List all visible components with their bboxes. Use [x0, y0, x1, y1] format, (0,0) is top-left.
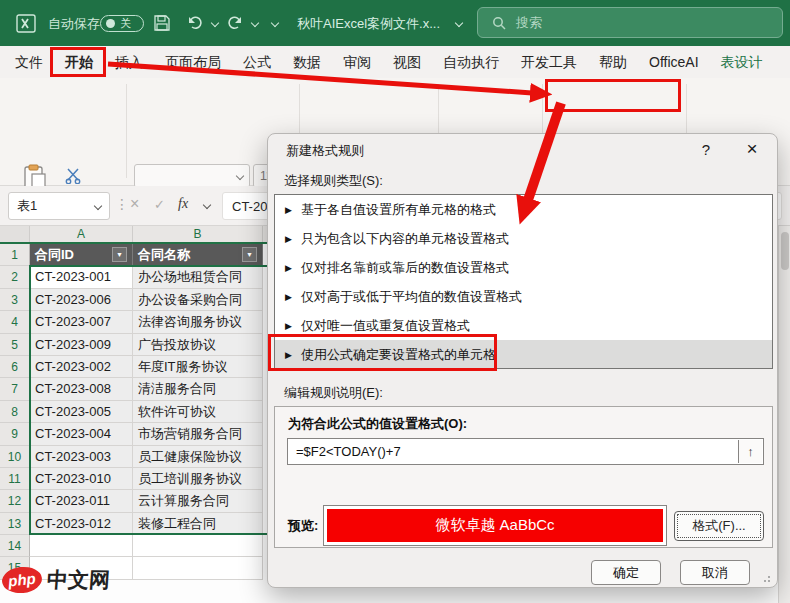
table-row: CT-2023-003 员工健康保险协议: [30, 446, 263, 468]
rule-item-contains[interactable]: ▶只为包含以下内容的单元格设置格式: [275, 224, 772, 253]
rule-item-use-formula[interactable]: ▶使用公式确定要设置格式的单元格: [275, 340, 772, 369]
cell[interactable]: 员工培训服务协议: [133, 468, 263, 490]
tab-formulas[interactable]: 公式: [232, 46, 282, 78]
tab-help[interactable]: 帮助: [588, 46, 638, 78]
document-title[interactable]: 秋叶AIExcel案例文件.x...: [297, 15, 440, 33]
row-number[interactable]: 3: [0, 289, 30, 311]
row-number[interactable]: 10: [0, 446, 30, 468]
row-number[interactable]: 5: [0, 334, 30, 356]
column-header-a[interactable]: A: [30, 226, 133, 242]
resize-grip[interactable]: [763, 573, 772, 582]
cell[interactable]: CT-2023-010: [30, 468, 133, 490]
preview-sample: 微软卓越 AaBbCc: [327, 509, 663, 542]
cell[interactable]: CT-2023-001: [30, 266, 133, 288]
search-box[interactable]: 搜索: [477, 7, 783, 38]
tab-table-design[interactable]: 表设计: [710, 46, 774, 78]
row-number[interactable]: 14: [0, 535, 30, 557]
search-icon: [492, 16, 506, 30]
tab-data[interactable]: 数据: [282, 46, 332, 78]
tab-view[interactable]: 视图: [382, 46, 432, 78]
redo-dropdown-icon[interactable]: [251, 19, 259, 27]
cell[interactable]: 装修工程合同: [133, 513, 263, 535]
cell[interactable]: CT-2023-003: [30, 446, 133, 468]
cell[interactable]: 广告投放协议: [133, 334, 263, 356]
redo-icon[interactable]: [226, 14, 244, 31]
row-number[interactable]: 12: [0, 490, 30, 512]
row-number[interactable]: 7: [0, 378, 30, 400]
cell[interactable]: 办公场地租赁合同: [133, 266, 263, 288]
cell[interactable]: CT-2023-007: [30, 311, 133, 333]
cancel-entry-icon[interactable]: ×: [130, 195, 139, 213]
undo-icon[interactable]: [186, 14, 204, 31]
tab-automate[interactable]: 自动执行: [432, 46, 510, 78]
cell-b1[interactable]: 合同名称▼: [133, 244, 263, 266]
undo-dropdown-icon[interactable]: [211, 19, 219, 27]
cell[interactable]: 办公设备采购合同: [133, 289, 263, 311]
quick-access-more-icon[interactable]: [271, 19, 279, 27]
rule-formula-input[interactable]: =$F2<TODAY()+7 ↑: [287, 438, 764, 465]
rule-item-unique-duplicate[interactable]: ▶仅对唯一值或重复值设置格式: [275, 311, 772, 340]
title-dropdown-icon[interactable]: [455, 19, 463, 27]
cell[interactable]: CT-2023-004: [30, 423, 133, 445]
column-header-b[interactable]: B: [133, 226, 263, 242]
tab-insert[interactable]: 插入: [104, 46, 154, 78]
row-number[interactable]: 2: [0, 266, 30, 288]
row-number[interactable]: 4: [0, 311, 30, 333]
cell[interactable]: CT-2023-005: [30, 401, 133, 423]
row-number[interactable]: 8: [0, 401, 30, 423]
row-number[interactable]: 13: [0, 513, 30, 535]
tab-page-layout[interactable]: 页面布局: [154, 46, 232, 78]
collapse-dialog-icon[interactable]: ↑: [738, 440, 762, 463]
cell[interactable]: CT-2023-008: [30, 378, 133, 400]
edit-rule-box: 为符合此公式的值设置格式(O): =$F2<TODAY()+7 ↑ 预览: 微软…: [274, 406, 773, 548]
font-name-combo[interactable]: [134, 164, 250, 188]
rule-item-above-below-average[interactable]: ▶仅对高于或低于平均值的数值设置格式: [275, 282, 772, 311]
format-button[interactable]: 格式(F)...: [674, 511, 764, 541]
vertical-scrollbar[interactable]: [778, 226, 790, 603]
row-number[interactable]: 11: [0, 468, 30, 490]
cancel-button[interactable]: 取消: [680, 560, 750, 585]
toggle-knob: [106, 19, 115, 28]
formula-bar-splitter[interactable]: ⋮: [115, 196, 129, 212]
save-icon[interactable]: [153, 14, 171, 32]
row-number[interactable]: 1: [0, 244, 30, 266]
close-icon[interactable]: ×: [741, 138, 763, 160]
cell[interactable]: 云计算服务合同: [133, 490, 263, 512]
filter-button-icon[interactable]: ▼: [242, 247, 257, 262]
rule-item-top-bottom[interactable]: ▶仅对排名靠前或靠后的数值设置格式: [275, 253, 772, 282]
tab-file[interactable]: 文件: [4, 46, 54, 78]
cell[interactable]: [133, 557, 263, 579]
ok-button[interactable]: 确定: [591, 560, 661, 585]
cut-icon[interactable]: [64, 168, 84, 184]
tab-officeai[interactable]: OfficeAI: [638, 46, 710, 78]
tab-home[interactable]: 开始: [54, 46, 104, 78]
cell[interactable]: 清洁服务合同: [133, 378, 263, 400]
name-box[interactable]: 表1: [8, 192, 110, 220]
rule-item-format-by-value[interactable]: ▶基于各自值设置所有单元格的格式: [275, 195, 772, 224]
insert-function-icon[interactable]: fx: [178, 196, 188, 212]
cell[interactable]: CT-2023-006: [30, 289, 133, 311]
cell-a1[interactable]: 合同ID▼: [30, 244, 133, 266]
cell[interactable]: 软件许可协议: [133, 401, 263, 423]
confirm-entry-icon[interactable]: ✓: [154, 197, 165, 212]
cell[interactable]: CT-2023-009: [30, 334, 133, 356]
tab-review[interactable]: 审阅: [332, 46, 382, 78]
row-number[interactable]: 9: [0, 423, 30, 445]
cell[interactable]: CT-2023-011: [30, 490, 133, 512]
fx-dropdown-icon[interactable]: [203, 201, 211, 209]
filter-button-icon[interactable]: ▼: [112, 247, 127, 262]
cell[interactable]: CT-2023-012: [30, 513, 133, 535]
tab-developer[interactable]: 开发工具: [510, 46, 588, 78]
cell[interactable]: [133, 535, 263, 557]
cell[interactable]: 市场营销服务合同: [133, 423, 263, 445]
help-button[interactable]: ?: [697, 141, 715, 158]
autosave-toggle[interactable]: 关: [100, 15, 144, 32]
cell[interactable]: 员工健康保险协议: [133, 446, 263, 468]
cell[interactable]: 年度IT服务协议: [133, 356, 263, 378]
cell[interactable]: 法律咨询服务协议: [133, 311, 263, 333]
cell[interactable]: [30, 535, 133, 557]
cell[interactable]: CT-2023-002: [30, 356, 133, 378]
select-all-corner[interactable]: [0, 226, 30, 242]
row-number[interactable]: 6: [0, 356, 30, 378]
scrollbar-thumb[interactable]: [781, 232, 789, 270]
